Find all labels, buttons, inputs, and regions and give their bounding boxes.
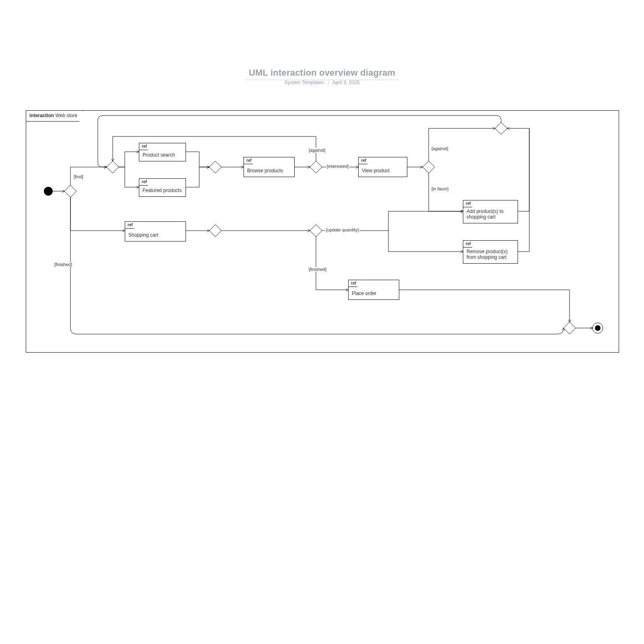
merge-after-search (209, 161, 221, 173)
decision-after-browse (310, 161, 322, 173)
edge-placeorder-d9 (398, 290, 570, 322)
subtitle-separator-icon: | (325, 80, 331, 85)
guard-in-favor: [in favor] (431, 186, 449, 191)
canvas: UML interaction overview diagram System … (0, 0, 644, 644)
edge-add-d6 (507, 128, 529, 211)
final-node (592, 323, 603, 333)
ref-label: Add product(s) to shopping cart (466, 208, 514, 220)
diagram-svg (26, 111, 619, 352)
guard-update-quantity: [update quantity] (325, 227, 359, 232)
merge-after-cart (209, 225, 221, 237)
ref-view-product: ref View product (358, 157, 407, 177)
ref-label: Place order (352, 291, 396, 296)
decision-cart-action (310, 225, 322, 237)
page-subheader: System Templates | April 3, 2025 (0, 80, 644, 85)
edge-d2-featured (119, 167, 139, 187)
ref-tab: ref (463, 200, 475, 207)
merge-before-final (564, 322, 576, 334)
guard-against-top: [against] (308, 148, 326, 153)
subtitle-date: April 3, 2025 (332, 80, 359, 85)
ref-tab: ref (358, 157, 371, 164)
edge-d5-d6-against (429, 128, 495, 161)
ref-tab: ref (463, 240, 475, 248)
svg-point-1 (595, 325, 601, 331)
guard-interested: [interested] (326, 164, 349, 169)
edge-remove-d6 (517, 128, 529, 252)
ref-label: View product (362, 168, 404, 173)
ref-remove-product: ref Remove product(s) from shopping cart (463, 240, 518, 264)
edge-featured-d3 (185, 167, 209, 187)
ref-browse-products: ref Browse products (244, 157, 295, 177)
edge-d8-add (388, 211, 463, 231)
edge-d1-cart (70, 197, 125, 231)
edge-d8-placeorder-finished (316, 237, 348, 290)
ref-tab: ref (139, 178, 151, 186)
ref-tab: ref (125, 221, 137, 229)
ref-product-search: ref Product search (139, 143, 186, 161)
initial-node (44, 187, 53, 196)
merge-before-search (107, 161, 119, 173)
guard-find: [find] (73, 174, 84, 179)
page-title: UML interaction overview diagram (246, 68, 398, 80)
ref-label: Remove product(s) from shopping cart (466, 249, 514, 260)
ref-shopping-cart: ref Shopping cart (125, 221, 186, 242)
ref-label: Featured products (142, 188, 182, 193)
ref-add-product: ref Add product(s) to shopping cart (463, 200, 518, 223)
ref-featured-products: ref Featured products (139, 178, 186, 197)
ref-tab: ref (139, 143, 151, 150)
ref-tab: ref (244, 157, 256, 164)
ref-label: Product search (142, 152, 182, 158)
decision-after-view (423, 161, 435, 173)
edge-d2-search (119, 152, 139, 167)
page-header: UML interaction overview diagram (0, 68, 644, 80)
ref-label: Browse products (247, 168, 291, 173)
edge-search-d3 (185, 152, 209, 167)
edge-d5-add-infavor (429, 173, 463, 211)
guard-finished-left: [finished] (54, 262, 73, 267)
edge-d8-remove (388, 231, 463, 252)
guard-against-right: [against] (431, 146, 449, 151)
subtitle-collection: System Templates (285, 80, 324, 85)
decision-initial (64, 185, 76, 197)
ref-label: Shopping cart (128, 232, 182, 238)
ref-tab: ref (348, 280, 361, 287)
interaction-frame: interaction Web store (26, 110, 619, 353)
merge-top-right (495, 122, 507, 134)
ref-place-order: ref Place order (348, 280, 399, 300)
guard-finished-mid: [finished] (308, 267, 327, 272)
